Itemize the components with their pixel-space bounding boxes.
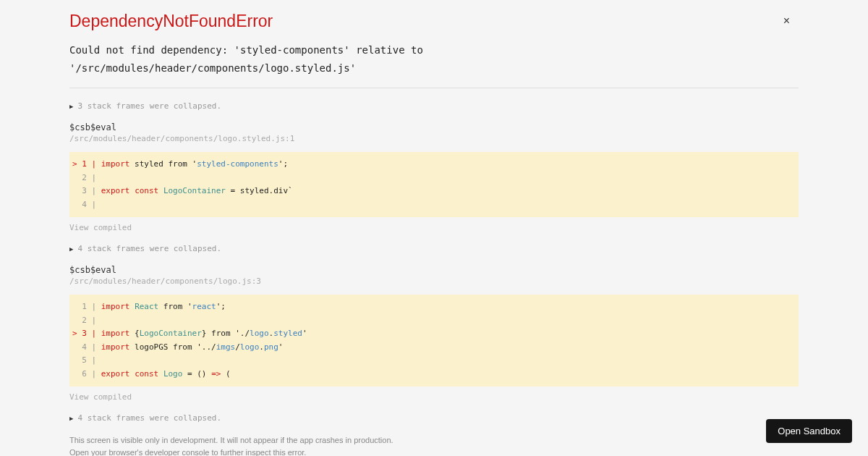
- error-overlay: DependencyNotFoundError Could not find d…: [0, 0, 868, 456]
- open-sandbox-button[interactable]: Open Sandbox: [766, 419, 852, 443]
- code-preview: 1 | import React from 'react'; 2 | > 3 |…: [69, 295, 799, 387]
- triangle-right-icon: ▶: [69, 415, 73, 422]
- separator: [69, 88, 799, 88]
- stack-frame-function: $csb$eval: [69, 265, 799, 275]
- error-title: DependencyNotFoundError: [69, 12, 799, 31]
- stack-frame-location: /src/modules/header/components/logo.js:3: [69, 276, 799, 286]
- stack-frame-function: $csb$eval: [69, 122, 799, 132]
- footer-note: This screen is visible only in developme…: [69, 434, 799, 456]
- error-message: Could not find dependency: 'styled-compo…: [69, 41, 799, 77]
- triangle-right-icon: ▶: [69, 245, 73, 253]
- collapsed-frames-toggle[interactable]: ▶ 4 stack frames were collapsed.: [69, 244, 799, 253]
- stack-frame-location: /src/modules/header/components/logo.styl…: [69, 134, 799, 143]
- code-preview: > 1 | import styled from 'styled-compone…: [69, 152, 799, 217]
- close-icon[interactable]: ×: [783, 14, 790, 28]
- collapsed-frames-toggle[interactable]: ▶ 4 stack frames were collapsed.: [69, 413, 799, 423]
- view-compiled-link[interactable]: View compiled: [69, 392, 799, 402]
- view-compiled-link[interactable]: View compiled: [69, 223, 799, 232]
- triangle-right-icon: ▶: [69, 103, 73, 110]
- collapsed-frames-toggle[interactable]: ▶ 3 stack frames were collapsed.: [69, 101, 799, 111]
